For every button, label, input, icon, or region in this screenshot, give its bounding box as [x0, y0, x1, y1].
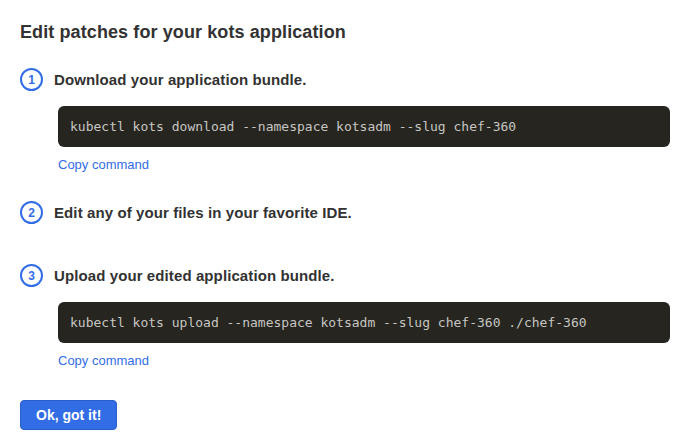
step-3-number-badge: 3	[20, 264, 43, 287]
step-2: 2 Edit any of your files in your favorit…	[20, 201, 670, 224]
step-1-number-badge: 1	[20, 68, 43, 91]
edit-patches-panel: Edit patches for your kots application 1…	[0, 0, 690, 430]
step-3: 3 Upload your edited application bundle.…	[20, 264, 670, 369]
step-1-heading: Download your application bundle.	[54, 71, 306, 88]
step-1-body: kubectl kots download --namespace kotsad…	[58, 106, 670, 173]
download-command-code-block: kubectl kots download --namespace kotsad…	[58, 106, 670, 147]
spacer	[20, 173, 670, 201]
step-2-number-badge: 2	[20, 201, 43, 224]
step-3-heading: Upload your edited application bundle.	[54, 267, 334, 284]
step-3-header: 3 Upload your edited application bundle.	[20, 264, 670, 287]
step-1-header: 1 Download your application bundle.	[20, 68, 670, 91]
page-title: Edit patches for your kots application	[20, 22, 670, 43]
copy-download-command-link[interactable]: Copy command	[58, 157, 149, 172]
upload-command-code-block: kubectl kots upload --namespace kotsadm …	[58, 302, 670, 343]
copy-upload-command-link[interactable]: Copy command	[58, 353, 149, 368]
ok-got-it-button[interactable]: Ok, got it!	[20, 400, 117, 430]
step-1: 1 Download your application bundle. kube…	[20, 68, 670, 173]
step-2-heading: Edit any of your files in your favorite …	[54, 204, 352, 221]
spacer	[20, 224, 670, 264]
step-2-header: 2 Edit any of your files in your favorit…	[20, 201, 670, 224]
step-3-body: kubectl kots upload --namespace kotsadm …	[58, 302, 670, 369]
